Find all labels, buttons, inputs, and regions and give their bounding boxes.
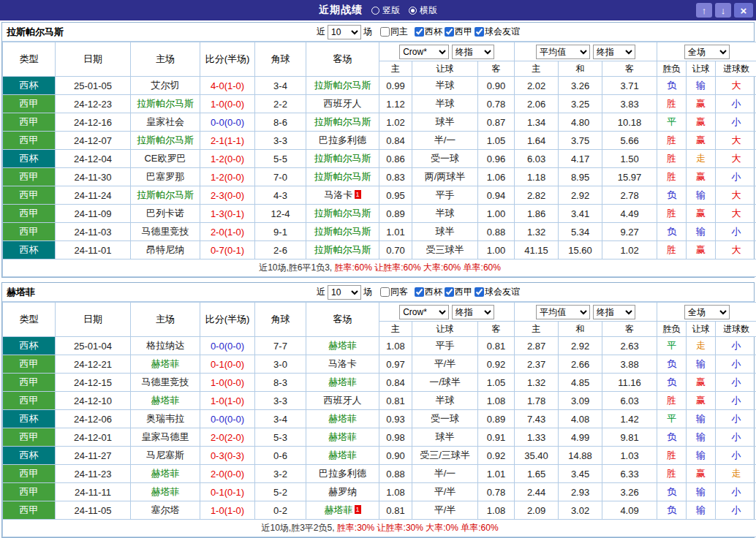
league-checkbox[interactable] — [445, 287, 454, 297]
home-team-cell: 拉斯帕尔马斯 — [131, 186, 200, 205]
league-filter[interactable]: 西甲 — [445, 286, 472, 298]
radio-icon — [371, 7, 379, 15]
subcol-handicap: 让球 — [412, 61, 478, 77]
match-date: 24-12-07 — [56, 132, 131, 150]
friendly-filter[interactable]: 球会友谊 — [475, 286, 520, 298]
corner-cell: 12-4 — [255, 205, 306, 223]
final-odds-select[interactable]: 终指 — [593, 45, 635, 59]
radio-label: 横版 — [420, 4, 437, 17]
handicap-home-odds: 1.12 — [379, 95, 412, 113]
result-handicap: 赢 — [687, 95, 716, 113]
team-name: 赫塔菲 — [151, 395, 180, 406]
match-date: 24-11-27 — [56, 447, 131, 465]
summary-rates: 胜率:60% 让胜率:60% 大率:60% 单率:60% — [335, 262, 501, 273]
match-date: 24-12-16 — [56, 113, 131, 132]
friendly-checkbox[interactable] — [475, 27, 484, 37]
league-type-badge: 西甲 — [3, 132, 56, 150]
handicap-line: 受三/三球半 — [412, 447, 478, 465]
scope-header: 全场 — [657, 303, 756, 322]
cup-checkbox[interactable] — [415, 287, 424, 297]
friendly-filter[interactable]: 球会友谊 — [475, 26, 520, 38]
handicap-away-odds: 0.94 — [478, 186, 515, 205]
final-odds-select[interactable]: 终指 — [452, 305, 494, 319]
col-away: 客场 — [306, 303, 379, 337]
away-team-cell: 拉斯帕尔马斯 — [306, 150, 379, 168]
match-date: 25-01-05 — [56, 77, 131, 95]
subcol-avg-away: 客 — [602, 322, 657, 337]
full-match-select[interactable]: 全场 — [684, 305, 730, 319]
match-row: 西杯24-12-04CE欧罗巴1-2(0-0)5-5拉斯帕尔马斯0.86受一球0… — [3, 150, 756, 168]
close-button[interactable]: × — [734, 3, 753, 18]
full-match-select[interactable]: 全场 — [684, 45, 730, 59]
team-name: 皇家社会 — [146, 116, 184, 127]
titlebar: 近期战绩 竖版 横版 ↑ ↓ × — [0, 0, 756, 20]
subcol-handicap-result: 让球 — [687, 322, 716, 337]
away-team-cell: 赫塔菲 — [306, 374, 379, 392]
away-team-cell: 赫塔菲 — [306, 337, 379, 355]
subcol-avg-away: 客 — [602, 61, 657, 77]
score-cell: 0-3(0-3) — [200, 447, 255, 465]
red-card-icon: 1 — [355, 505, 361, 514]
avg-draw-odds: 4.17 — [559, 150, 602, 168]
result-outcome: 负 — [657, 77, 687, 95]
corner-cell: 3-0 — [255, 355, 306, 374]
friendly-checkbox[interactable] — [475, 287, 484, 297]
corner-cell: 3-4 — [255, 77, 306, 95]
average-odds-select[interactable]: 平均值 — [536, 45, 590, 59]
avg-home-odds: 1.64 — [515, 132, 559, 150]
match-row: 西甲24-12-21赫塔菲0-1(0-0)3-0马洛卡0.97平/半0.922.… — [3, 355, 756, 374]
same-venue-filter[interactable]: 同客 — [380, 286, 408, 298]
scroll-down-button[interactable]: ↓ — [715, 3, 731, 18]
avg-draw-odds: 3.45 — [559, 465, 602, 483]
team-name: 赫塔菲 — [328, 340, 357, 351]
avg-home-odds: 1.32 — [515, 374, 559, 392]
home-team-cell: 塞尔塔 — [131, 501, 200, 520]
cup-checkbox[interactable] — [415, 27, 424, 37]
corner-cell: 3-3 — [255, 392, 306, 410]
match-date: 24-11-05 — [56, 501, 131, 520]
away-team-cell: 拉斯帕尔马斯 — [306, 223, 379, 241]
match-count-select[interactable]: 10 — [328, 25, 361, 39]
match-row: 西甲24-12-23拉斯帕尔马斯1-0(0-0)2-2西班牙人1.12半球0.7… — [3, 95, 756, 113]
cup-filter[interactable]: 西杯 — [415, 26, 442, 38]
cup-filter[interactable]: 西杯 — [415, 286, 442, 298]
handicap-home-odds: 1.08 — [379, 483, 412, 501]
result-goals: 小 — [716, 428, 756, 447]
handicap-away-odds: 0.92 — [478, 355, 515, 374]
corner-cell: 3-4 — [255, 410, 306, 428]
home-team-cell: 赫塔菲 — [131, 465, 200, 483]
same-venue-checkbox[interactable] — [380, 287, 390, 297]
match-date: 24-12-15 — [56, 374, 131, 392]
bookmaker-select[interactable]: Crow* — [399, 45, 449, 59]
same-venue-filter[interactable]: 同主 — [380, 26, 408, 38]
handicap-odds-header: Crow* 终指 — [379, 42, 515, 61]
result-outcome: 负 — [657, 501, 687, 520]
friendly-label: 球会友谊 — [485, 286, 520, 298]
same-venue-checkbox[interactable] — [380, 27, 390, 37]
corner-cell: 2-2 — [255, 95, 306, 113]
average-odds-select[interactable]: 平均值 — [536, 305, 590, 319]
score-cell: 1-0(1-0) — [200, 501, 255, 520]
final-odds-select[interactable]: 终指 — [593, 305, 635, 319]
match-count-select[interactable]: 10 — [328, 285, 361, 300]
result-outcome: 负 — [657, 483, 687, 501]
league-filter[interactable]: 西甲 — [445, 26, 472, 38]
avg-away-odds: 1.42 — [602, 410, 657, 428]
team-name: 巴拉多利德 — [319, 468, 366, 479]
match-date: 24-11-01 — [56, 241, 131, 259]
scroll-up-button[interactable]: ↑ — [696, 3, 712, 18]
result-handicap: 赢 — [687, 168, 716, 186]
layout-radio-horizontal[interactable]: 横版 — [409, 4, 437, 17]
layout-radio-vertical[interactable]: 竖版 — [371, 4, 400, 17]
handicap-line: 半球 — [412, 77, 478, 95]
team-name: 拉斯帕尔马斯 — [314, 116, 371, 127]
final-odds-select[interactable]: 终指 — [452, 45, 494, 59]
result-outcome: 胜 — [657, 150, 687, 168]
bookmaker-select[interactable]: Crow* — [399, 305, 449, 319]
away-team-cell: 巴拉多利德 — [306, 132, 379, 150]
league-checkbox[interactable] — [445, 27, 454, 37]
subcol-away-odds: 客 — [478, 61, 515, 77]
near-label: 近 — [317, 286, 325, 298]
result-goals: 小 — [716, 410, 756, 428]
score-cell: 1-0(0-0) — [200, 374, 255, 392]
